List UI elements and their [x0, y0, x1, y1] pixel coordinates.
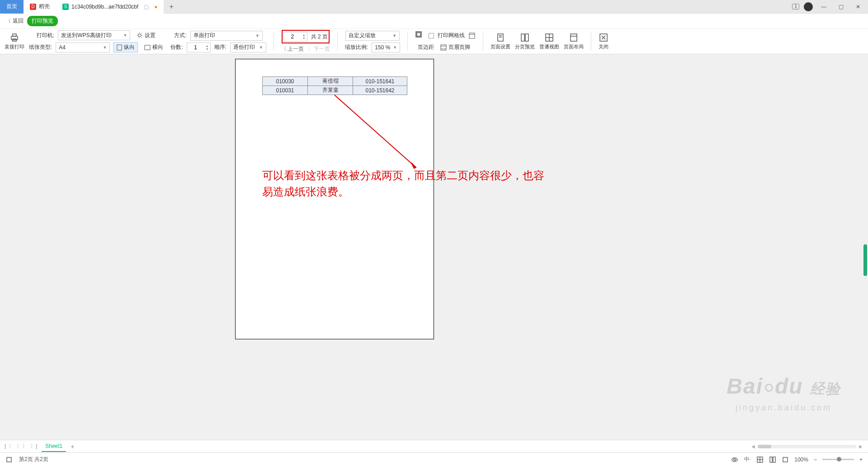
next-page-button[interactable]: 〉下一页	[307, 45, 330, 53]
sheet-next-button[interactable]: 〉	[22, 442, 28, 450]
copies-input[interactable]	[187, 44, 204, 51]
zoom-slider[interactable]	[822, 459, 854, 460]
svg-rect-5	[145, 45, 150, 50]
sheet-add-button[interactable]: +	[71, 443, 74, 450]
order-select[interactable]: 逐份打印▼	[230, 43, 266, 52]
tab-dirty-icon: ●	[154, 4, 157, 10]
svg-rect-28	[7, 457, 11, 462]
back-label: 返回	[13, 17, 24, 25]
zoom-in-button[interactable]: +	[859, 456, 863, 463]
status-doc-icon[interactable]	[5, 456, 13, 463]
sheet-first-button[interactable]: |〈	[5, 442, 11, 450]
scrollbar-thumb[interactable]	[863, 244, 867, 276]
view-normal-icon[interactable]	[756, 456, 764, 463]
printer-icon	[9, 33, 19, 43]
normal-view-button[interactable]: 普通视图	[539, 33, 559, 50]
page-setup-button[interactable]: 页面设置	[491, 33, 510, 50]
spin-down-icon[interactable]: ▼	[206, 48, 209, 51]
toolbar-separator	[337, 33, 338, 51]
sheet-tab[interactable]: Sheet1	[42, 441, 66, 452]
copies-spinner[interactable]: ▲▼	[187, 43, 211, 52]
scale-select[interactable]: 150 %▼	[372, 43, 400, 52]
annotation-text: 可以看到这张表格被分成两页，而且第二页内容很少，也容 易造成纸张浪费。	[262, 167, 624, 200]
toolbar-separator	[591, 33, 591, 51]
print-grid-label: 打印网格线	[438, 32, 465, 39]
status-bar: 第2页 共2页 中· 100% − +	[0, 452, 868, 466]
minimize-button[interactable]: —	[817, 2, 830, 11]
watermark-url: jingyan.baidu.com	[736, 403, 832, 413]
zoom-knob[interactable]	[837, 457, 841, 461]
svg-rect-1	[13, 34, 16, 36]
chevron-right-icon: 〉	[307, 45, 313, 53]
svg-rect-21	[571, 34, 577, 41]
printer-select[interactable]: 发送到WPS高级打印▼	[58, 30, 130, 40]
watermark-logo: Baidu 经验	[726, 374, 841, 399]
tab-new-button[interactable]: +	[164, 3, 179, 11]
scrollbar-thumb[interactable]	[758, 445, 771, 448]
sheet-prev-button[interactable]: 〈	[14, 442, 19, 450]
tab-bar: 首页 D 稻壳 S 1c34c09bd9b...ae7fdd20cbf ▢ ● …	[0, 0, 868, 14]
spin-up-icon[interactable]: ▲	[206, 44, 209, 48]
horizontal-scrollbar[interactable]: ◄ ►	[750, 444, 863, 449]
chinese-input-icon[interactable]: 中·	[744, 456, 751, 463]
svg-rect-4	[117, 45, 122, 50]
tab-daoke-label: 稻壳	[39, 3, 50, 10]
prev-page-button[interactable]: 〈上一页	[281, 45, 304, 53]
maximize-button[interactable]: ▢	[835, 2, 847, 11]
svg-rect-34	[770, 457, 772, 462]
header-footer-icon	[440, 44, 447, 51]
page-layout-button[interactable]: 页面布局	[564, 33, 584, 50]
paper-select[interactable]: A4▼	[56, 43, 110, 52]
chevron-left-icon: 〈	[5, 17, 11, 25]
zoom-mode-select[interactable]: 自定义缩放▼	[345, 31, 400, 41]
margins-label[interactable]: 页边距	[418, 43, 434, 51]
tab-document[interactable]: S 1c34c09bd9b...ae7fdd20cbf ▢ ●	[56, 0, 164, 14]
printer-group: 打印机: 发送到WPS高级打印▼ 设置 纸张类型: A4▼ 纵向 横向	[29, 30, 166, 52]
back-bar: 〈 返回 打印预览	[0, 14, 868, 29]
orientation-landscape[interactable]: 横向	[142, 43, 166, 52]
spreadsheet-icon: S	[62, 4, 69, 10]
copies-label: 份数:	[170, 43, 183, 51]
user-avatar[interactable]	[804, 2, 813, 11]
page-break-button[interactable]: 分页预览	[515, 33, 535, 50]
page-title-badge: 打印预览	[27, 16, 58, 26]
spin-down-icon[interactable]: ▼	[302, 37, 306, 40]
page-total-label: 共 2 页	[311, 33, 328, 41]
status-page-info: 第2页 共2页	[19, 456, 48, 463]
notif-badge[interactable]: 1	[792, 4, 799, 10]
page-spinner[interactable]: ▲▼	[283, 32, 307, 42]
page-indicator-highlight: ▲▼ 共 2 页	[282, 30, 330, 43]
back-button[interactable]: 〈 返回	[5, 17, 24, 25]
view-custom-icon[interactable]	[782, 456, 789, 463]
gear-icon	[137, 32, 143, 38]
close-preview-button[interactable]: 关闭	[599, 33, 609, 50]
preview-canvas: 010030 蒋倍瑁 010-151641 010031 齐莱童 010-151…	[0, 54, 868, 440]
svg-rect-36	[783, 457, 788, 462]
svg-rect-8	[469, 33, 475, 38]
header-footer-button[interactable]: 页眉页脚	[438, 43, 473, 52]
direct-print-button[interactable]: 直接打印	[5, 33, 24, 50]
caret-down-icon: ▼	[123, 33, 127, 38]
svg-rect-7	[417, 33, 420, 36]
grid-icon	[544, 33, 554, 43]
vertical-scrollbar[interactable]	[863, 54, 867, 440]
svg-point-3	[138, 34, 141, 37]
spin-up-icon[interactable]: ▲	[302, 33, 306, 37]
margins-button[interactable]	[415, 31, 425, 41]
view-page-icon[interactable]	[769, 456, 776, 463]
zoom-value[interactable]: 100%	[794, 456, 808, 463]
svg-point-29	[732, 458, 737, 461]
svg-rect-0	[11, 36, 18, 40]
printer-settings-button[interactable]: 设置	[134, 30, 158, 40]
zoom-out-button[interactable]: −	[814, 456, 817, 463]
tab-home[interactable]: 首页	[0, 0, 24, 14]
eye-icon[interactable]	[731, 456, 738, 463]
sheet-last-button[interactable]: 〉|	[30, 442, 37, 450]
mode-label: 方式:	[174, 32, 186, 39]
page-input[interactable]	[284, 33, 301, 40]
tab-daoke[interactable]: D 稻壳	[24, 0, 56, 14]
close-window-button[interactable]: ✕	[852, 2, 864, 11]
mode-select[interactable]: 单面打印▼	[190, 31, 263, 41]
print-grid-checkbox[interactable]	[429, 33, 434, 38]
orientation-portrait[interactable]: 纵向	[113, 42, 138, 52]
